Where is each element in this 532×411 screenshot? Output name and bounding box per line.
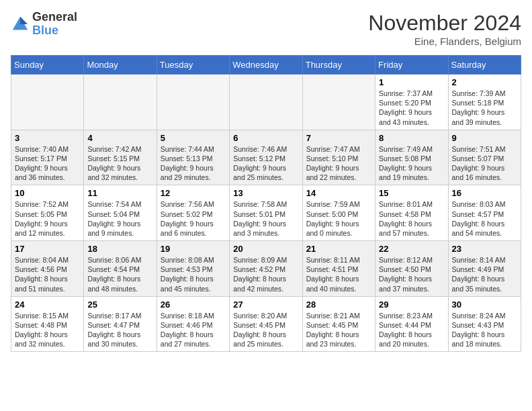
- day-number: 13: [233, 188, 298, 198]
- calendar-cell: 11Sunrise: 7:54 AMSunset: 5:04 PMDayligh…: [84, 185, 157, 241]
- day-number: 24: [15, 300, 80, 310]
- day-info: Sunrise: 8:08 AMSunset: 4:53 PMDaylight:…: [161, 255, 226, 293]
- calendar-cell: 4Sunrise: 7:42 AMSunset: 5:15 PMDaylight…: [84, 130, 157, 185]
- day-number: 5: [161, 133, 226, 143]
- calendar: SundayMondayTuesdayWednesdayThursdayFrid…: [11, 55, 521, 352]
- calendar-cell: 30Sunrise: 8:24 AMSunset: 4:43 PMDayligh…: [448, 296, 521, 352]
- day-info: Sunrise: 8:18 AMSunset: 4:46 PMDaylight:…: [161, 311, 226, 349]
- day-number: 20: [233, 244, 298, 254]
- calendar-cell: 13Sunrise: 7:58 AMSunset: 5:01 PMDayligh…: [230, 185, 302, 241]
- weekday-header-monday: Monday: [84, 56, 157, 75]
- calendar-cell: 9Sunrise: 7:51 AMSunset: 5:07 PMDaylight…: [448, 130, 521, 185]
- day-info: Sunrise: 8:17 AMSunset: 4:47 PMDaylight:…: [87, 311, 152, 349]
- calendar-cell: 24Sunrise: 8:15 AMSunset: 4:48 PMDayligh…: [11, 296, 84, 352]
- day-number: 6: [233, 133, 298, 143]
- svg-marker-1: [20, 17, 28, 24]
- weekday-header-sunday: Sunday: [11, 56, 84, 75]
- calendar-cell: 23Sunrise: 8:14 AMSunset: 4:49 PMDayligh…: [448, 241, 521, 297]
- day-info: Sunrise: 8:03 AMSunset: 4:57 PMDaylight:…: [452, 199, 517, 238]
- weekday-header-wednesday: Wednesday: [230, 56, 302, 75]
- day-number: 28: [306, 300, 371, 310]
- day-info: Sunrise: 8:06 AMSunset: 4:54 PMDaylight:…: [87, 255, 152, 293]
- calendar-cell: 21Sunrise: 8:11 AMSunset: 4:51 PMDayligh…: [302, 241, 375, 297]
- day-number: 21: [306, 244, 371, 254]
- day-info: Sunrise: 7:54 AMSunset: 5:04 PMDaylight:…: [87, 199, 152, 238]
- day-number: 23: [452, 244, 517, 254]
- weekday-header-tuesday: Tuesday: [157, 56, 229, 75]
- day-number: 14: [306, 188, 371, 198]
- calendar-cell: 28Sunrise: 8:21 AMSunset: 4:45 PMDayligh…: [302, 296, 375, 352]
- day-number: 15: [379, 188, 444, 198]
- day-number: 4: [87, 133, 152, 143]
- day-number: 10: [15, 188, 80, 198]
- calendar-cell: 12Sunrise: 7:56 AMSunset: 5:02 PMDayligh…: [157, 185, 229, 241]
- calendar-cell: 25Sunrise: 8:17 AMSunset: 4:47 PMDayligh…: [84, 296, 157, 352]
- calendar-cell: 10Sunrise: 7:52 AMSunset: 5:05 PMDayligh…: [11, 185, 84, 241]
- logo: General Blue: [11, 11, 77, 38]
- day-number: 25: [87, 300, 152, 310]
- day-number: 16: [452, 188, 517, 198]
- day-info: Sunrise: 8:04 AMSunset: 4:56 PMDaylight:…: [15, 255, 80, 293]
- day-number: 26: [161, 300, 226, 310]
- day-number: 22: [379, 244, 444, 254]
- day-info: Sunrise: 8:15 AMSunset: 4:48 PMDaylight:…: [15, 311, 80, 349]
- title-area: November 2024 Eine, Flanders, Belgium: [368, 11, 521, 47]
- day-info: Sunrise: 8:01 AMSunset: 4:58 PMDaylight:…: [379, 199, 444, 238]
- day-number: 27: [233, 300, 298, 310]
- calendar-cell: 1Sunrise: 7:37 AMSunset: 5:20 PMDaylight…: [375, 75, 448, 130]
- day-number: 29: [379, 300, 444, 310]
- day-number: 2: [452, 77, 517, 87]
- calendar-cell: [84, 75, 157, 130]
- day-number: 7: [306, 133, 371, 143]
- calendar-cell: 6Sunrise: 7:46 AMSunset: 5:12 PMDaylight…: [230, 130, 302, 185]
- weekday-header-row: SundayMondayTuesdayWednesdayThursdayFrid…: [11, 56, 521, 75]
- day-info: Sunrise: 7:56 AMSunset: 5:02 PMDaylight:…: [161, 199, 226, 238]
- day-info: Sunrise: 7:58 AMSunset: 5:01 PMDaylight:…: [233, 199, 298, 238]
- day-info: Sunrise: 7:46 AMSunset: 5:12 PMDaylight:…: [233, 144, 298, 183]
- calendar-cell: 17Sunrise: 8:04 AMSunset: 4:56 PMDayligh…: [11, 241, 84, 297]
- day-info: Sunrise: 8:20 AMSunset: 4:45 PMDaylight:…: [233, 311, 298, 349]
- day-number: 17: [15, 244, 80, 254]
- week-row-5: 24Sunrise: 8:15 AMSunset: 4:48 PMDayligh…: [11, 296, 521, 352]
- day-info: Sunrise: 7:59 AMSunset: 5:00 PMDaylight:…: [306, 199, 371, 238]
- calendar-cell: 26Sunrise: 8:18 AMSunset: 4:46 PMDayligh…: [157, 296, 229, 352]
- calendar-cell: 27Sunrise: 8:20 AMSunset: 4:45 PMDayligh…: [230, 296, 302, 352]
- location-title: Eine, Flanders, Belgium: [368, 36, 521, 47]
- day-info: Sunrise: 7:44 AMSunset: 5:13 PMDaylight:…: [161, 144, 226, 183]
- calendar-cell: 14Sunrise: 7:59 AMSunset: 5:00 PMDayligh…: [302, 185, 375, 241]
- day-number: 8: [379, 133, 444, 143]
- header: General Blue November 2024 Eine, Flander…: [11, 11, 521, 47]
- day-info: Sunrise: 7:37 AMSunset: 5:20 PMDaylight:…: [379, 89, 444, 127]
- week-row-4: 17Sunrise: 8:04 AMSunset: 4:56 PMDayligh…: [11, 241, 521, 297]
- day-info: Sunrise: 7:52 AMSunset: 5:05 PMDaylight:…: [15, 199, 80, 238]
- month-title: November 2024: [368, 11, 521, 36]
- calendar-cell: [302, 75, 375, 130]
- calendar-cell: [11, 75, 84, 130]
- calendar-cell: 2Sunrise: 7:39 AMSunset: 5:18 PMDaylight…: [448, 75, 521, 130]
- day-info: Sunrise: 7:39 AMSunset: 5:18 PMDaylight:…: [452, 89, 517, 127]
- calendar-cell: [230, 75, 302, 130]
- day-info: Sunrise: 8:11 AMSunset: 4:51 PMDaylight:…: [306, 255, 371, 293]
- day-number: 1: [379, 77, 444, 87]
- day-number: 12: [161, 188, 226, 198]
- day-info: Sunrise: 8:21 AMSunset: 4:45 PMDaylight:…: [306, 311, 371, 349]
- day-number: 9: [452, 133, 517, 143]
- week-row-2: 3Sunrise: 7:40 AMSunset: 5:17 PMDaylight…: [11, 130, 521, 185]
- day-info: Sunrise: 7:51 AMSunset: 5:07 PMDaylight:…: [452, 144, 517, 183]
- calendar-cell: [157, 75, 229, 130]
- weekday-header-friday: Friday: [375, 56, 448, 75]
- weekday-header-thursday: Thursday: [302, 56, 375, 75]
- calendar-cell: 18Sunrise: 8:06 AMSunset: 4:54 PMDayligh…: [84, 241, 157, 297]
- week-row-3: 10Sunrise: 7:52 AMSunset: 5:05 PMDayligh…: [11, 185, 521, 241]
- week-row-1: 1Sunrise: 7:37 AMSunset: 5:20 PMDaylight…: [11, 75, 521, 130]
- calendar-cell: 5Sunrise: 7:44 AMSunset: 5:13 PMDaylight…: [157, 130, 229, 185]
- day-number: 18: [87, 244, 152, 254]
- day-info: Sunrise: 8:24 AMSunset: 4:43 PMDaylight:…: [452, 311, 517, 349]
- day-info: Sunrise: 7:42 AMSunset: 5:15 PMDaylight:…: [87, 144, 152, 183]
- calendar-cell: 20Sunrise: 8:09 AMSunset: 4:52 PMDayligh…: [230, 241, 302, 297]
- day-number: 11: [87, 188, 152, 198]
- day-number: 19: [161, 244, 226, 254]
- day-info: Sunrise: 7:47 AMSunset: 5:10 PMDaylight:…: [306, 144, 371, 183]
- logo-general-text: General: [32, 11, 77, 24]
- day-info: Sunrise: 7:40 AMSunset: 5:17 PMDaylight:…: [15, 144, 80, 183]
